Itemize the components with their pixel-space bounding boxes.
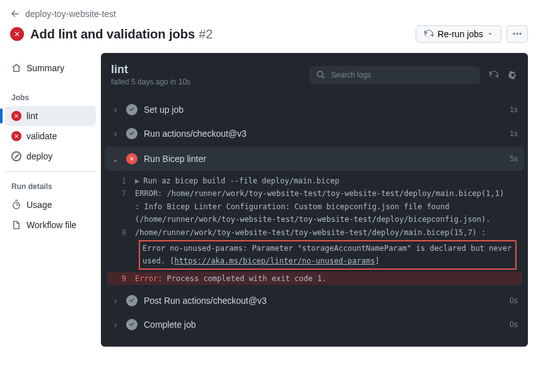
chevron-right-icon: › [111, 296, 120, 306]
check-circle-icon [126, 128, 137, 139]
chevron-right-icon: › [111, 129, 120, 139]
sidebar-workflow-file[interactable]: Workflow file [5, 215, 96, 235]
log-line-error[interactable]: 9Error: Process completed with exit code… [107, 272, 522, 285]
kebab-icon [512, 29, 522, 39]
log-settings-button[interactable] [508, 70, 518, 80]
chevron-down-icon: ⌄ [111, 154, 120, 164]
x-circle-fill-icon [11, 111, 21, 121]
x-circle-fill-icon [11, 131, 21, 141]
step-complete-job[interactable]: › Complete job 0s [101, 313, 528, 337]
x-circle-fill-icon [126, 153, 137, 164]
step-post-checkout[interactable]: › Post Run actions/checkout@v3 0s [101, 289, 528, 313]
check-circle-icon [126, 295, 137, 306]
skip-icon [11, 151, 21, 161]
log-line[interactable]: 8/home/runner/work/toy-website-test/toy-… [107, 226, 522, 239]
caret-down-icon [487, 31, 493, 37]
rerun-jobs-button[interactable]: Re-run jobs [416, 25, 501, 43]
sidebar-summary[interactable]: Summary [5, 58, 96, 78]
search-logs-input[interactable]: Search logs [310, 66, 480, 84]
step-checkout[interactable]: › Run actions/checkout@v3 1s [101, 122, 528, 146]
breadcrumb-repo[interactable]: deploy-toy-website-test [25, 9, 116, 19]
step-setup-job[interactable]: › Set up job 1s [101, 98, 528, 122]
job-meta: failed 5 days ago in 10s [111, 78, 190, 86]
sync-icon [489, 70, 499, 80]
search-icon [316, 70, 326, 80]
sidebar-job-deploy[interactable]: deploy [5, 146, 96, 166]
sidebar-usage[interactable]: Usage [5, 195, 96, 215]
run-status-fail-icon [10, 27, 24, 41]
breadcrumb[interactable]: deploy-toy-website-test [10, 5, 528, 23]
file-icon [11, 220, 21, 230]
highlighted-error-box: Error no-unused-params: Parameter "stora… [139, 240, 517, 270]
page-title: Add lint and validation jobs #2 [30, 27, 213, 42]
log-line[interactable]: 7ERROR: /home/runner/work/toy-website-te… [107, 187, 522, 200]
step-bicep-linter[interactable]: ⌄ Run Bicep linter 5s [105, 147, 524, 171]
log-output: 1 ▶Run az bicep build --file deploy/main… [101, 172, 528, 289]
sidebar-jobs-header: Jobs [5, 88, 96, 106]
arrow-left-icon [10, 9, 20, 19]
sync-icon [424, 29, 434, 39]
kebab-menu-button[interactable] [506, 25, 528, 43]
log-line[interactable]: : Info Bicep Linter Configuration: Custo… [107, 200, 522, 213]
chevron-right-icon: › [111, 320, 120, 330]
chevron-right-icon: › [111, 105, 120, 115]
linter-docs-link[interactable]: https://aka.ms/bicep/linter/no-unused-pa… [175, 257, 375, 265]
sidebar-job-validate[interactable]: validate [5, 126, 96, 146]
gear-icon [508, 70, 518, 80]
sidebar-rundetails-header: Run details [5, 177, 96, 195]
job-name: lint [111, 63, 190, 76]
stopwatch-icon [11, 200, 21, 210]
log-line[interactable]: 1 ▶Run az bicep build --file deploy/main… [107, 175, 522, 187]
sidebar: Summary Jobs lint validate deploy Run de… [0, 53, 101, 357]
job-log-panel: lint failed 5 days ago in 10s Search log… [101, 53, 528, 347]
check-circle-icon [126, 319, 137, 330]
log-line[interactable]: (/home/runner/work/toy-website-test/toy-… [107, 213, 522, 226]
sidebar-job-lint[interactable]: lint [5, 106, 96, 126]
refresh-logs-button[interactable] [489, 70, 499, 80]
check-circle-icon [126, 104, 137, 115]
home-icon [11, 63, 21, 73]
